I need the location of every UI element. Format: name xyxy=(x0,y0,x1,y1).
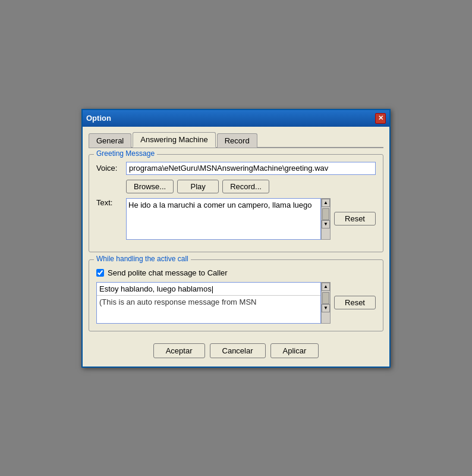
chat-scroll-up-arrow[interactable]: ▲ xyxy=(322,283,330,291)
option-dialog: Option ✕ General Answering Machine Recor… xyxy=(81,109,391,368)
chat-scrollbar[interactable]: ▲ ▼ xyxy=(321,282,331,324)
send-polite-checkbox[interactable] xyxy=(96,269,104,277)
scroll-up-arrow[interactable]: ▲ xyxy=(322,199,330,207)
chat-scroll-thumb[interactable] xyxy=(322,292,329,304)
cancelar-button[interactable]: Cancelar xyxy=(210,343,266,358)
close-button[interactable]: ✕ xyxy=(375,113,386,124)
text-row: Text: He ido a la maruchi a comer un cam… xyxy=(96,198,376,240)
chat-line2: (This is an auto response message from M… xyxy=(97,296,320,308)
chat-textarea-wrapper: Estoy hablando, luego hablamos| (This is… xyxy=(96,282,321,324)
window-body: General Answering Machine Record Greetin… xyxy=(83,127,389,367)
greeting-reset-button[interactable]: Reset xyxy=(334,212,376,226)
voice-input[interactable] xyxy=(126,162,376,175)
tab-general[interactable]: General xyxy=(89,133,131,148)
checkbox-label: Send polite chat message to Caller xyxy=(108,268,228,277)
text-scrollbar[interactable]: ▲ ▼ xyxy=(321,198,331,240)
checkbox-row: Send polite chat message to Caller xyxy=(96,268,376,277)
browse-button[interactable]: Browse... xyxy=(126,180,174,193)
greeting-group-title: Greeting Message xyxy=(94,149,157,158)
tab-bar: General Answering Machine Record xyxy=(89,131,383,148)
chat-reset-button[interactable]: Reset xyxy=(334,296,376,309)
record-button[interactable]: Record... xyxy=(222,180,269,193)
text-label: Text: xyxy=(96,198,126,207)
active-call-group-title: While handling the active call xyxy=(94,255,191,263)
play-button[interactable]: Play xyxy=(177,180,219,193)
window-title: Option xyxy=(86,114,111,123)
chat-message-area: Estoy hablando, luego hablamos| (This is… xyxy=(96,282,376,324)
voice-label: Voice: xyxy=(96,164,126,173)
voice-row: Voice: xyxy=(96,162,376,175)
chat-line1: Estoy hablando, luego hablamos| xyxy=(97,283,320,296)
aplicar-button[interactable]: Aplicar xyxy=(270,343,319,358)
title-bar: Option ✕ xyxy=(83,110,389,127)
greeting-text-area[interactable]: He ido a la maruchi a comer un campero, … xyxy=(126,198,321,240)
tab-record[interactable]: Record xyxy=(217,133,257,148)
scroll-down-arrow[interactable]: ▼ xyxy=(322,220,330,228)
text-area-container: He ido a la maruchi a comer un campero, … xyxy=(126,198,331,240)
scroll-thumb[interactable] xyxy=(322,208,329,220)
greeting-message-group: Greeting Message Voice: Browse... Play R… xyxy=(89,154,383,252)
chat-scroll-down-arrow[interactable]: ▼ xyxy=(322,304,330,312)
aceptar-button[interactable]: Aceptar xyxy=(153,343,205,358)
greeting-button-row: Browse... Play Record... xyxy=(126,180,376,193)
active-call-group: While handling the active call Send poli… xyxy=(89,259,383,331)
bottom-button-row: Aceptar Cancelar Aplicar xyxy=(89,339,383,361)
tab-answering-machine[interactable]: Answering Machine xyxy=(133,132,215,148)
